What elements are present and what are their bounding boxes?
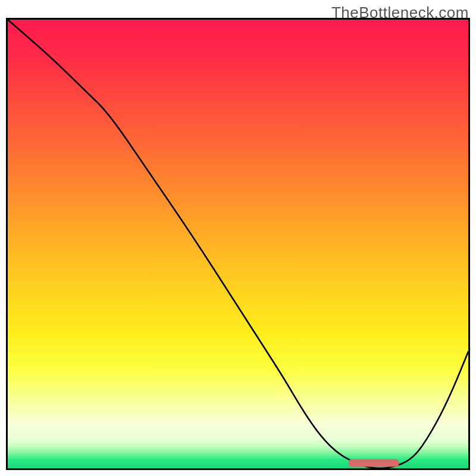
watermark-text: TheBottleneck.com — [331, 4, 469, 22]
plot-frame — [6, 18, 470, 470]
bottleneck-curve — [8, 20, 468, 468]
chart-container: TheBottleneck.com — [0, 0, 476, 476]
optimal-range-marker — [349, 459, 399, 467]
curve-layer — [8, 20, 468, 468]
